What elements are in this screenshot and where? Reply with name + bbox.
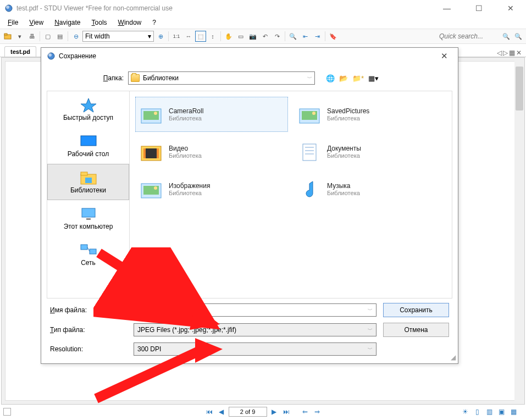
view-menu-icon[interactable]: ▦▾ — [368, 74, 379, 82]
bookmark-icon[interactable]: 🔖 — [328, 31, 339, 42]
place-network[interactable]: Сеть — [47, 236, 129, 273]
picture-folder-icon — [139, 103, 163, 125]
new-folder-icon[interactable]: 📁* — [352, 74, 364, 82]
minimize-button[interactable]: — — [436, 4, 458, 13]
last-page-icon[interactable]: ⏭ — [281, 407, 291, 417]
continuous-icon[interactable]: ▥ — [484, 407, 494, 417]
history-back-icon[interactable]: ⇐ — [300, 407, 310, 417]
svg-rect-13 — [81, 245, 87, 250]
fit-11-icon[interactable]: 1:1 — [171, 31, 182, 42]
menu-file[interactable]: File — [3, 18, 23, 27]
fit-height-icon[interactable]: ↕ — [207, 31, 218, 42]
menu-window[interactable]: Window — [114, 18, 146, 27]
next-page-icon[interactable]: ▶ — [269, 407, 279, 417]
dialog-titlebar: Сохранение ✕ — [41, 48, 458, 64]
zoom-out-icon[interactable]: ⊖ — [70, 31, 81, 42]
library-item-documents[interactable]: ДокументыБиблиотека — [294, 134, 446, 169]
prev-page-icon[interactable]: ◀ — [217, 407, 226, 417]
filename-input[interactable]: test_002﹀ — [134, 303, 376, 317]
maximize-button[interactable]: ☐ — [468, 4, 490, 13]
folder-icon — [131, 74, 140, 82]
place-quick-access[interactable]: Быстрый доступ — [47, 91, 129, 128]
rotate-left-icon[interactable]: ↶ — [259, 31, 270, 42]
single-page-icon[interactable]: ▯ — [472, 407, 482, 417]
fit-width-icon[interactable]: ↔ — [183, 31, 194, 42]
brightness-icon[interactable]: ☀ — [460, 407, 470, 417]
back-icon[interactable]: 🌐 — [326, 74, 335, 82]
up-folder-icon[interactable]: 📂 — [339, 74, 348, 82]
svg-point-5 — [48, 53, 52, 57]
search-prev-icon[interactable]: 🔍 — [501, 31, 512, 42]
zoom-in-icon[interactable]: ⊕ — [155, 31, 166, 42]
place-computer[interactable]: Этот компьютер — [47, 200, 129, 236]
tab-next-icon[interactable]: ▷ — [503, 49, 508, 57]
dialog-close-button[interactable]: ✕ — [436, 51, 452, 61]
library-item-images[interactable]: ИзображенияБиблиотека — [135, 172, 288, 207]
window-titlebar: test.pdf - STDU Viewer *Free for non-com… — [0, 0, 526, 16]
open-dropdown-icon[interactable]: ▾ — [14, 31, 25, 42]
hscroll-left-icon[interactable] — [3, 408, 11, 416]
svg-rect-10 — [85, 178, 92, 183]
library-item-music[interactable]: МузыкаБиблиотека — [294, 172, 446, 207]
video-folder-icon — [139, 141, 163, 163]
bookmarks-icon[interactable]: ▤ — [54, 31, 65, 42]
folder-combo[interactable]: Библиотеки ﹀ — [128, 71, 315, 85]
find-next-icon[interactable]: ⇥ — [312, 31, 323, 42]
place-desktop[interactable]: Рабочий стол — [47, 128, 129, 164]
svg-point-21 — [312, 112, 315, 115]
close-button[interactable]: ✕ — [500, 4, 522, 13]
menu-tools[interactable]: Tools — [87, 18, 112, 27]
rotate-right-icon[interactable]: ↷ — [272, 31, 283, 42]
page-number-input[interactable] — [229, 407, 267, 417]
find-prev-icon[interactable]: ⇤ — [300, 31, 311, 42]
tab-prev-icon[interactable]: ◁ — [497, 49, 502, 57]
tab-close-icon[interactable]: ✕ — [516, 49, 522, 57]
history-fwd-icon[interactable]: ⇒ — [312, 407, 322, 417]
folder-label: Папка: — [41, 74, 124, 82]
vertical-scrollbar[interactable] — [514, 58, 524, 404]
resolution-combo[interactable]: 300 DPI﹀ — [134, 342, 376, 356]
documents-folder-icon — [297, 141, 322, 163]
snapshot-icon[interactable]: 📷 — [247, 31, 258, 42]
svg-point-32 — [154, 186, 157, 190]
menu-navigate[interactable]: Navigate — [50, 18, 85, 27]
hand-tool-icon[interactable]: ✋ — [223, 31, 234, 42]
find-icon[interactable]: 🔍 — [287, 31, 298, 42]
fit-page-icon[interactable]: ⬚ — [195, 31, 206, 42]
desktop-icon — [80, 134, 97, 149]
svg-rect-7 — [81, 136, 96, 146]
chevron-down-icon: ﹀ — [307, 75, 312, 82]
resize-grip-icon[interactable]: ◢ — [451, 353, 456, 361]
svg-marker-6 — [81, 98, 96, 112]
svg-rect-25 — [157, 148, 159, 158]
network-icon — [80, 242, 97, 258]
svg-rect-3 — [4, 34, 7, 35]
select-text-icon[interactable]: ▭ — [235, 31, 246, 42]
filetype-combo[interactable]: JPEG Files (*.jpg;*.jpeg;*.jpe;*.jfif)﹀ — [134, 323, 376, 336]
library-item-savedpictures[interactable]: SavedPicturesБиблиотека — [294, 97, 446, 132]
print-icon[interactable]: 🖶 — [26, 31, 37, 42]
tab-grid-icon[interactable]: ▦ — [509, 49, 515, 57]
menu-help[interactable]: ? — [148, 18, 160, 27]
quick-search-input[interactable] — [439, 32, 500, 40]
cancel-button[interactable]: Отмена — [383, 323, 449, 337]
grid-view-icon[interactable]: ▦ — [508, 407, 518, 417]
place-libraries[interactable]: Библиотеки — [47, 164, 129, 200]
library-item-cameraroll[interactable]: CameraRollБиблиотека — [135, 97, 288, 132]
library-item-video[interactable]: ВидеоБиблиотека — [135, 134, 288, 169]
search-next-icon[interactable]: 🔍 — [513, 31, 524, 42]
save-dialog: Сохранение ✕ Папка: Библиотеки ﹀ 🌐 📂 📁* … — [41, 47, 458, 364]
first-page-icon[interactable]: ⏮ — [204, 407, 214, 417]
zoom-combo[interactable]: Fit width▾ — [82, 31, 154, 42]
dialog-title: Сохранение — [59, 52, 436, 60]
menu-view[interactable]: View — [25, 18, 48, 27]
app-icon — [4, 4, 13, 13]
menu-bar: File View Navigate Tools Window ? — [0, 16, 526, 29]
svg-rect-9 — [81, 172, 87, 175]
save-button[interactable]: Сохранить — [383, 303, 449, 317]
thumbnails-icon[interactable]: ▢ — [42, 31, 53, 42]
two-page-icon[interactable]: ▣ — [496, 407, 506, 417]
folder-row: Папка: Библиотеки ﹀ 🌐 📂 📁* ▦▾ — [41, 70, 458, 86]
open-icon[interactable] — [2, 31, 13, 42]
document-tab[interactable]: test.pd — [4, 46, 36, 57]
